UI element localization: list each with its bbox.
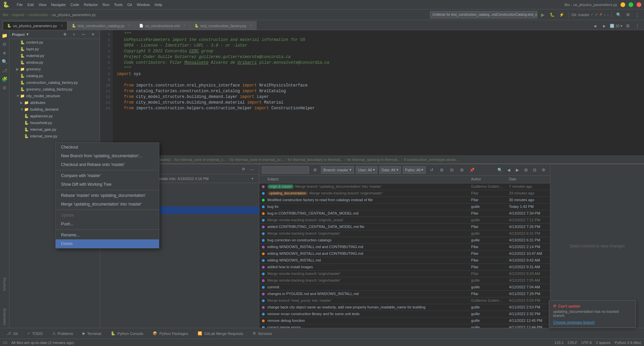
menu-file[interactable]: File bbox=[17, 3, 23, 7]
tree-item-internal-gain-py[interactable]: 🐍 internal_gain.py bbox=[9, 126, 100, 133]
paths-dropdown[interactable]: Paths: All ▾ bbox=[403, 166, 426, 174]
tree-item-appliances-py[interactable]: 🐍 appliances.py bbox=[9, 113, 100, 119]
date-col-header[interactable]: Date bbox=[506, 176, 550, 183]
bc-for1[interactable]: for internal_zone in internal_z... bbox=[175, 158, 226, 162]
breadcrumb-imports[interactable]: imports bbox=[12, 13, 24, 17]
git-filter-input[interactable] bbox=[262, 166, 309, 174]
activity-project-icon[interactable]: 📁 bbox=[1, 32, 9, 40]
commit-subject[interactable]: Merge remote-tracking branch 'origin/mas… bbox=[265, 270, 469, 277]
tree-item-city-model-structure-folder[interactable]: ▼ 📁 city_model_structure bbox=[9, 93, 100, 99]
activity-structure-icon[interactable]: Structure bbox=[2, 276, 7, 292]
commit-subject[interactable]: editing WINDOWS_INSTALL.md and CONTRIBUT… bbox=[265, 243, 469, 250]
git-minimize-icon[interactable]: — bbox=[248, 165, 256, 173]
tree-item-window-py[interactable]: 🐍 window.py bbox=[9, 59, 100, 66]
status-python[interactable]: Python 3.9 (libs) bbox=[615, 341, 641, 345]
commit-subject[interactable]: Merge remote-tracking branch 'origin/mas… bbox=[265, 230, 469, 237]
author-col-header[interactable]: Author bbox=[469, 176, 506, 183]
commit-subject[interactable]: bug in CONTRIBUTING_CENTRAL_DATA_MODEL.m… bbox=[265, 210, 469, 217]
git-collapse-icon[interactable]: ⊞ bbox=[438, 166, 446, 174]
breadcrumb-file[interactable]: us_physics_parameters.py bbox=[52, 13, 96, 17]
ctx-rename[interactable]: Rename... bbox=[100, 231, 159, 239]
menu-bar[interactable]: File Edit View Navigate Code Refactor Ru… bbox=[17, 3, 162, 7]
activity-search-icon[interactable]: 🔍 bbox=[1, 58, 9, 66]
commit-subject[interactable]: Modified construction factory to read fr… bbox=[265, 196, 469, 203]
date-dropdown[interactable]: Date: All ▾ bbox=[379, 166, 401, 174]
menu-view[interactable]: View bbox=[39, 3, 47, 7]
tree-item-construction-catalog-factory-py[interactable]: 🐍 construction_catalog_factory.py bbox=[9, 79, 100, 86]
tool-tab-git[interactable]: ⎇ Git bbox=[3, 329, 22, 338]
ctx-delete[interactable]: Delete bbox=[100, 239, 159, 248]
activity-git-icon[interactable]: ⎇ bbox=[1, 66, 9, 74]
notification-link[interactable]: Choose upstream branch bbox=[553, 320, 595, 324]
scroll-left-icon[interactable]: ◀ bbox=[591, 22, 599, 30]
menu-refactor[interactable]: Refactor bbox=[84, 3, 98, 7]
menu-edit[interactable]: Edit bbox=[28, 3, 34, 7]
tree-item-building-demand-folder[interactable]: ▼ 📁 building_demand bbox=[9, 106, 100, 113]
activity-settings-icon[interactable]: ⚙ bbox=[1, 84, 9, 92]
minimize-button[interactable] bbox=[621, 2, 625, 7]
ctx-show-diff[interactable]: Show Diff with Working Tree bbox=[100, 180, 159, 189]
menu-help[interactable]: Help bbox=[155, 3, 162, 7]
git-filter3-icon[interactable]: ⊞ bbox=[458, 166, 466, 174]
commit-subject[interactable]: Merge remote-tracking branch 'origin/to_… bbox=[265, 217, 469, 223]
tool-tab-services[interactable]: ⚙ Services bbox=[249, 329, 276, 338]
commit-subject[interactable]: editing WINDOWS_INSTALL.md and CONTRIBUT… bbox=[265, 250, 469, 257]
tool-tab-problems[interactable]: ⚠ Problems bbox=[48, 329, 77, 338]
coverage-button[interactable]: ⚡ bbox=[557, 11, 566, 19]
tab-test-construction-factory[interactable]: 🐍 test_construction_factory.py ✕ bbox=[190, 21, 257, 30]
git-info-expand-icon[interactable]: ▾ bbox=[248, 175, 256, 183]
status-encoding[interactable]: UTF-8 bbox=[581, 341, 592, 345]
ctx-rebase[interactable]: Rebase 'master' onto 'updating_documenta… bbox=[100, 191, 159, 200]
bc-for3[interactable]: for thermal_boundary in thermal... bbox=[288, 158, 343, 162]
activity-plugins-icon[interactable]: 🧩 bbox=[1, 75, 9, 83]
commit-subject[interactable]: added CONTRIBUTING_CENTRAL_DATA_MODEL.md… bbox=[265, 223, 469, 230]
tree-item-internal-zone-py[interactable]: 🐍 internal_zone.py bbox=[9, 133, 100, 139]
tree-item-greenery-folder[interactable]: ▶ 📁 greenery bbox=[9, 66, 100, 72]
tool-tab-todo[interactable]: ✓ TODO bbox=[23, 329, 47, 338]
commit-subject[interactable]: editing WINDOWS_INSTALL.md bbox=[265, 257, 469, 264]
menu-code[interactable]: Code bbox=[70, 3, 79, 7]
bc-if1[interactable]: if construction_archetype.windo... bbox=[404, 158, 459, 162]
maximize-button[interactable] bbox=[629, 2, 633, 7]
commit-subject[interactable]: updating_documentationMerge remote-track… bbox=[265, 190, 469, 196]
bc-for2[interactable]: for thermal_zone in internal_zo... bbox=[230, 158, 284, 162]
bc-for4[interactable]: for thermal_opening in thermal... bbox=[347, 158, 400, 162]
tab-us-constructions-xml[interactable]: 📄 us_constructions.xml ✕ bbox=[135, 21, 190, 30]
debug-button[interactable]: 🐛 bbox=[548, 11, 556, 19]
tab-settings-icon[interactable]: ⋮ bbox=[633, 22, 641, 30]
close-button[interactable] bbox=[637, 2, 641, 7]
commit-subject[interactable]: bug correction on construction catalogs bbox=[265, 237, 469, 243]
commit-subject[interactable]: added how to install images bbox=[265, 264, 469, 270]
menu-tools[interactable]: Tools bbox=[114, 3, 123, 7]
activity-bookmarks2-icon[interactable]: Bookmarks bbox=[2, 307, 7, 327]
project-hide-icon[interactable]: ✕ bbox=[89, 31, 97, 39]
settings-button[interactable]: ⚙ bbox=[624, 11, 632, 19]
tree-item-attributes-folder[interactable]: ▶ 📁 attributes bbox=[9, 99, 100, 106]
status-position[interactable]: 115:1 bbox=[554, 341, 564, 345]
tree-item-layer-py[interactable]: 🐍 layer.py bbox=[9, 46, 100, 52]
commit-subject[interactable]: bug fix: bbox=[265, 203, 469, 210]
split-editor-icon[interactable]: ⊞ bbox=[624, 22, 632, 30]
ctx-checkout-rebase[interactable]: Checkout and Rebase onto 'master' bbox=[100, 164, 159, 169]
ctx-push[interactable]: Push... bbox=[100, 220, 159, 228]
scroll-right-icon[interactable]: ▶ bbox=[600, 22, 608, 30]
ctx-merge[interactable]: Merge 'updating_documentation' into 'mas… bbox=[100, 200, 159, 209]
next-commit-icon[interactable]: ▶ bbox=[513, 166, 521, 174]
commit-subject[interactable]: correct merge errors bbox=[265, 324, 469, 328]
breadcrumb-libs[interactable]: libs bbox=[3, 13, 8, 17]
commit-settings-icon[interactable]: ⚙ bbox=[539, 166, 547, 174]
tab-close-icon[interactable]: ✕ bbox=[60, 24, 63, 27]
status-indent[interactable]: 2 spaces bbox=[596, 341, 610, 345]
tab-test-construction-catalog[interactable]: 🐍 test_construction_catalog.py ✕ bbox=[67, 21, 135, 30]
run-button[interactable]: ▶ bbox=[539, 11, 547, 19]
tree-item-catalog-py[interactable]: 🐍 catalog.py bbox=[9, 72, 100, 79]
commit-subject[interactable]: remove debug function bbox=[265, 317, 469, 324]
git-settings-icon[interactable]: ⚙ bbox=[239, 165, 248, 173]
menu-run[interactable]: Run bbox=[103, 3, 109, 7]
commit-subject[interactable]: commit bbox=[265, 284, 469, 290]
more-button[interactable]: ⋮ bbox=[633, 11, 641, 19]
commit-grid-icon[interactable]: ⊞ bbox=[522, 166, 530, 174]
ctx-compare[interactable]: Compare with 'master' bbox=[100, 171, 159, 180]
tree-item-household-py[interactable]: 🐍 household.py bbox=[9, 119, 100, 126]
status-git[interactable]: Git bbox=[3, 341, 7, 345]
